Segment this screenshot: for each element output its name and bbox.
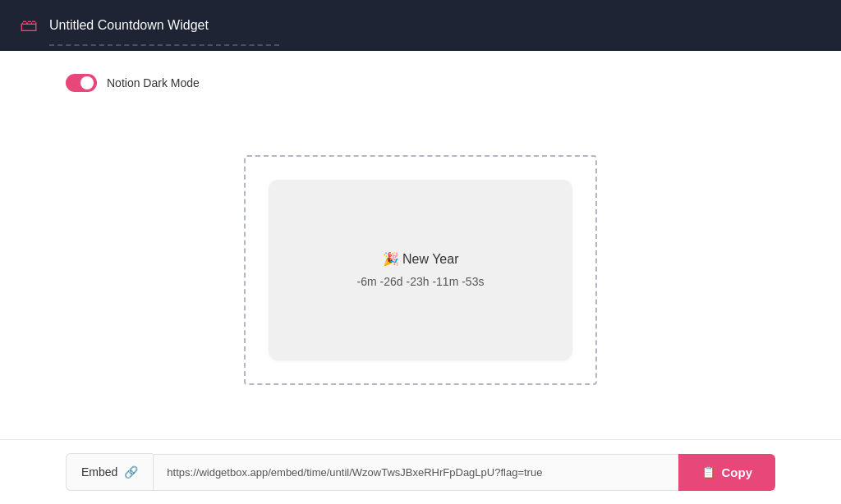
dark-mode-toggle[interactable]	[66, 74, 97, 92]
dashed-border-container: 🎉 New Year -6m -26d -23h -11m -53s	[244, 155, 597, 385]
widget-card: 🎉 New Year -6m -26d -23h -11m -53s	[269, 180, 572, 360]
dark-mode-row: Notion Dark Mode	[0, 51, 841, 100]
copy-button[interactable]: 📋 Copy	[678, 454, 776, 491]
header-underline	[49, 44, 279, 46]
widget-emoji: 🎉	[383, 252, 399, 266]
header-title: Untitled Countdown Widget	[49, 18, 209, 33]
header: 🗃 Untitled Countdown Widget	[0, 0, 841, 51]
widget-name: New Year	[402, 252, 459, 266]
copy-icon: 📋	[701, 465, 715, 479]
dark-mode-label: Notion Dark Mode	[107, 76, 200, 89]
toggle-knob	[80, 76, 94, 89]
widget-countdown: -6m -26d -23h -11m -53s	[357, 275, 485, 288]
embed-bar: Embed 🔗 📋 Copy	[0, 439, 841, 504]
link-icon: 🔗	[124, 465, 138, 479]
preview-area: 🎉 New Year -6m -26d -23h -11m -53s	[0, 100, 841, 439]
app-container: 🗃 Untitled Countdown Widget Notion Dark …	[0, 0, 841, 504]
embed-label: Embed 🔗	[66, 453, 153, 491]
copy-button-label: Copy	[722, 465, 753, 479]
widget-title: 🎉 New Year	[383, 251, 459, 267]
embed-url-input[interactable]	[153, 454, 678, 491]
header-icon: 🗃	[20, 15, 38, 36]
embed-label-text: Embed	[81, 465, 117, 479]
